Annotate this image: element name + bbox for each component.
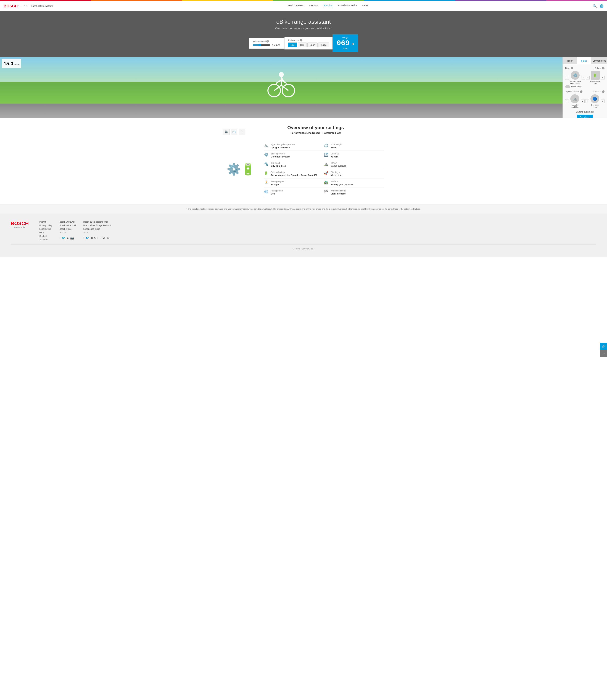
bike-scene: 15.0 miles Rider eBike Environm (0, 57, 607, 118)
share-google-icon[interactable]: G+ (94, 236, 98, 240)
email-button[interactable]: ✉️ (231, 129, 237, 135)
settings-rows-container: 🚲 Type of bicycle & posture Upright road… (264, 142, 384, 197)
drive-prev[interactable]: ‹ (565, 76, 569, 80)
print-button[interactable]: 🖨️ (223, 129, 230, 135)
footer-legal[interactable]: Legal notice (39, 228, 52, 230)
share-whatsapp-icon[interactable]: W (103, 236, 105, 240)
drive-item: ⚙️ Performance Line Speed (570, 71, 581, 85)
settings-grid: 🚲 Type of bicycle & posture Upright road… (264, 142, 384, 197)
share-facebook-icon[interactable]: f (83, 236, 84, 240)
footer-bosch-usa[interactable]: Bosch in the USA (59, 224, 76, 227)
footer-experience-ebike[interactable]: Experience eBike (83, 228, 111, 230)
mode-section: Riding mode i Eco Tour Sport Turbo (285, 37, 332, 49)
controls-row: Average speed i 15 mph Riding mode i Eco… (248, 34, 359, 52)
bicycle-info-icon[interactable]: i (580, 90, 583, 93)
settings-row-shifting: ⚙️ Shifting system Derailleur system (264, 151, 324, 160)
mode-sport[interactable]: Sport (308, 43, 317, 47)
footer-faq[interactable]: FAQ (39, 231, 52, 234)
facebook-button[interactable]: f (239, 129, 245, 135)
mode-turbo[interactable]: Turbo (318, 43, 329, 47)
tab-ebike[interactable]: eBike (577, 57, 591, 64)
nav-news[interactable]: News (362, 4, 369, 8)
bicycle-name: Upright road bike (570, 104, 580, 108)
nav-right: 🔍 🌐 (593, 4, 603, 8)
share-email-icon[interactable]: ✉ (107, 236, 109, 240)
shifting-sys-label: Shifting system (271, 152, 290, 155)
instagram-social-icon[interactable]: 📷 (70, 236, 74, 240)
brand-name: Bosch eBike Systems (31, 5, 56, 7)
avg-speed-label: Average speed (271, 180, 285, 183)
footer-range-assistant[interactable]: Bosch eBike Range Assistant (83, 224, 111, 227)
copyright-text: © Robert Bosch GmbH (293, 248, 315, 250)
youtube-social-icon[interactable]: ▶ (67, 236, 69, 240)
drive-info-icon[interactable]: i (571, 67, 573, 69)
settings-header: 🖨️ ✉️ f Overview of your settings Perfor… (223, 125, 384, 139)
surface-icon: 🛣️ (324, 180, 329, 185)
bicycle-next[interactable]: › (581, 99, 585, 103)
footer-links: Imprint Privacy policy Legal notice FAQ … (39, 221, 596, 241)
share-pinterest-icon[interactable]: P (100, 236, 101, 240)
tab-rider[interactable]: Rider (563, 57, 577, 64)
nav-products[interactable]: Products (309, 4, 319, 8)
mode-info-icon[interactable]: i (300, 39, 302, 41)
riding-mode-icon: 💨 (264, 189, 269, 194)
search-icon[interactable]: 🔍 (593, 4, 597, 8)
share-twitter-icon[interactable]: 🐦 (86, 236, 89, 240)
footer-imprint[interactable]: Imprint (39, 221, 52, 223)
drive-battery-icon: 🔋 (264, 171, 269, 175)
footer-bosch-press[interactable]: Bosch Press (59, 228, 76, 230)
tire-next[interactable]: › (601, 99, 605, 103)
cadence-value: 71 rpm (331, 155, 339, 158)
panel-body: Drive i Battery i ‹ ⚙️ Performance Line … (563, 64, 607, 118)
bicycle-prev[interactable]: ‹ (565, 99, 569, 103)
range-section: Range 069.8 miles (333, 34, 358, 52)
tab-environment[interactable]: Environment (591, 57, 607, 64)
footer-privacy[interactable]: Privacy policy (39, 224, 52, 227)
shifting-info-icon[interactable]: i (591, 111, 594, 113)
settings-section: 🖨️ ✉️ f Overview of your settings Perfor… (212, 118, 395, 204)
dual-battery-toggle[interactable] (565, 85, 570, 88)
settings-row-surface: 🛣️ Surface Mostly good asphalt (324, 179, 384, 188)
cadence-icon: 🔄 (324, 152, 329, 157)
cadence-label: Cadence (331, 152, 339, 155)
footer-bosch-worldwide[interactable]: Bosch worldwide (59, 221, 76, 223)
nav-service[interactable]: Service (324, 4, 332, 8)
footer-about[interactable]: About us (39, 239, 52, 241)
footer-bosch-text: BOSCH (11, 221, 29, 226)
shifting-button[interactable]: Derailleur (577, 115, 593, 118)
battery-image: 🔋 (591, 71, 600, 80)
battery-prev[interactable]: ‹ (586, 76, 590, 80)
shifting-sys-icon: ⚙️ (264, 152, 269, 157)
nav-experience[interactable]: Experience eBike (338, 4, 357, 8)
terrain-icon: ⛰️ (324, 162, 329, 166)
drive-next[interactable]: › (582, 76, 585, 80)
facebook-social-icon[interactable]: f (59, 236, 60, 240)
footer-contact[interactable]: Contact (39, 235, 52, 238)
tire-info-icon[interactable]: i (602, 90, 605, 93)
mode-tour[interactable]: Tour (298, 43, 307, 47)
tire-prev[interactable]: ‹ (585, 99, 589, 103)
dual-battery-label: DualBattery (571, 86, 581, 88)
bicycle-section: Type of bicycle i Tire tread i ‹ 🚲 Uprig… (565, 90, 605, 108)
mode-eco[interactable]: Eco (288, 43, 297, 47)
shifting-label: Shifting system (576, 111, 590, 113)
settings-row-terrain: ⛰️ Terrain Some inclines (324, 160, 384, 169)
battery-info-icon[interactable]: i (602, 67, 605, 69)
hero-title: eBike range assistant (4, 19, 603, 25)
logo[interactable]: BOSCH Invented for life (4, 4, 28, 8)
surface-value: Mostly good asphalt (331, 183, 353, 186)
footer-logo[interactable]: BOSCH Invented for life (11, 221, 29, 228)
tire-image: 🔵 (590, 94, 599, 103)
globe-icon[interactable]: 🌐 (600, 4, 603, 8)
tire-item: 🔵 City bike tires (590, 94, 600, 108)
twitter-social-icon[interactable]: 🐦 (62, 236, 65, 240)
dual-battery-row: DualBattery (565, 85, 605, 88)
battery-next[interactable]: › (601, 76, 605, 80)
speed-info-icon[interactable]: i (266, 40, 269, 43)
footer-dealer-portal[interactable]: Bosch eBike dealer portal (83, 221, 111, 223)
nav-feel-the-flow[interactable]: Feel The Flow (288, 4, 303, 8)
share-linkedin-icon[interactable]: in (90, 236, 93, 240)
wind-label: Wind conditions (331, 189, 346, 192)
settings-row-bicycle: 🚲 Type of bicycle & posture Upright road… (264, 142, 324, 151)
speed-slider[interactable] (252, 44, 270, 46)
